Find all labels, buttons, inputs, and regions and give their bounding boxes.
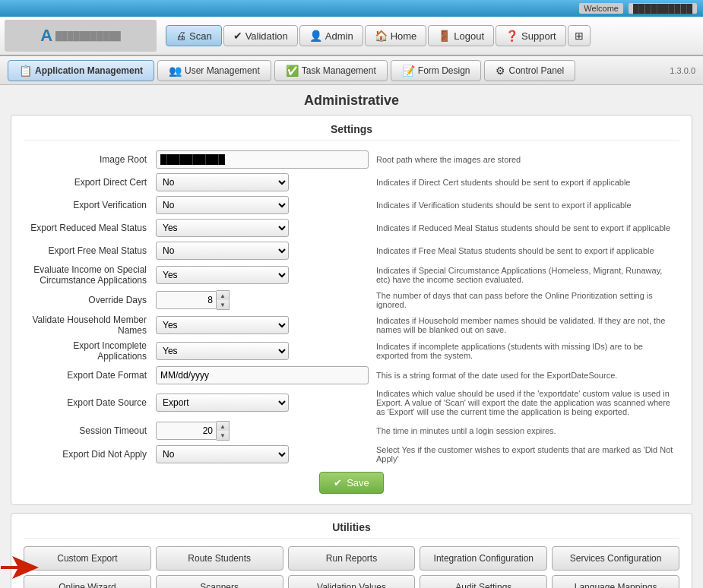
- main-content: Administrative Settings Image Root Root …: [0, 85, 703, 588]
- save-icon: ✔: [334, 477, 342, 488]
- tab-form-design[interactable]: 📝 Form Design: [391, 60, 482, 81]
- field-label: Session Timeout: [24, 419, 153, 443]
- session-timeout-spinner[interactable]: ▲ ▼: [156, 421, 369, 441]
- table-row: Export Date Format This is a string form…: [24, 364, 679, 387]
- task-management-icon: ✅: [286, 65, 299, 77]
- field-description: The time in minutes until a login sessio…: [372, 419, 679, 443]
- tab-task-management[interactable]: ✅ Task Management: [274, 60, 388, 81]
- field-label: Export Date Source: [24, 387, 153, 419]
- field-label: Image Root: [24, 148, 153, 171]
- field-label: Export Reduced Meal Status: [24, 217, 153, 239]
- tab-app-management[interactable]: 📋 Application Management: [8, 60, 154, 81]
- support-nav-button[interactable]: ❓ Support: [496, 25, 566, 46]
- table-row: Export Verification NoYes Indicates if V…: [24, 194, 679, 217]
- evaluate-income-select[interactable]: YesNo: [156, 266, 289, 284]
- logo: A ███████████: [5, 20, 157, 52]
- scanners-button[interactable]: Scanners: [156, 575, 283, 588]
- field-label: Export Verification: [24, 194, 153, 217]
- validate-household-select[interactable]: YesNo: [156, 316, 289, 334]
- table-row: Export Date Source ExportScan Indicates …: [24, 387, 679, 419]
- session-spinner-up[interactable]: ▲: [217, 422, 229, 431]
- field-label: Export Incomplete Applications: [24, 338, 153, 364]
- export-verification-select[interactable]: NoYes: [156, 196, 289, 214]
- utilities-grid: Custom Export Route Students Run Reports…: [24, 546, 679, 588]
- export-date-format-input[interactable]: [156, 366, 369, 384]
- admin-icon: 👤: [309, 30, 322, 42]
- field-description: Root path where the images are stored: [372, 148, 679, 171]
- validation-nav-button[interactable]: ✔ Validation: [223, 25, 298, 46]
- field-description: Indicates if Verification students shoul…: [372, 194, 679, 217]
- table-row: Evaluate Income on Special Circumstance …: [24, 262, 679, 288]
- field-label: Export Date Format: [24, 364, 153, 387]
- form-design-icon: 📝: [402, 65, 415, 77]
- extra-nav-button[interactable]: ⊞: [568, 25, 591, 46]
- table-row: Image Root Root path where the images ar…: [24, 148, 679, 171]
- field-description: Select Yes if the customer wishes to exp…: [372, 443, 679, 466]
- field-description: Indicates which value should be used if …: [372, 387, 679, 419]
- route-students-button[interactable]: Route Students: [156, 546, 283, 571]
- export-direct-cert-select[interactable]: NoYes: [156, 173, 289, 191]
- home-nav-button[interactable]: 🏠 Home: [365, 25, 427, 46]
- logout-nav-button[interactable]: 🚪 Logout: [428, 25, 494, 46]
- table-row: Export Did Not Apply NoYes Select Yes if…: [24, 443, 679, 466]
- field-control[interactable]: [153, 148, 372, 171]
- online-wizard-button[interactable]: Online Wizard: [24, 575, 151, 588]
- field-description: Indicates if incomplete applications (st…: [372, 338, 679, 364]
- field-label: Validate Household Member Names: [24, 312, 153, 338]
- override-days-spinner[interactable]: ▲ ▼: [156, 290, 369, 310]
- logout-icon: 🚪: [438, 30, 451, 42]
- field-description: This is a string format of the date used…: [372, 364, 679, 387]
- language-mappings-button[interactable]: Language Mappings: [552, 575, 679, 588]
- session-spinner-down[interactable]: ▼: [217, 431, 229, 440]
- spinner-down[interactable]: ▼: [217, 300, 229, 309]
- export-free-meal-select[interactable]: NoYes: [156, 242, 289, 260]
- integration-config-button[interactable]: Integration Configuration: [420, 546, 547, 571]
- validation-icon: ✔: [233, 30, 242, 42]
- override-days-input[interactable]: [156, 291, 217, 309]
- table-row: Export Free Meal Status NoYes Indicates …: [24, 239, 679, 262]
- export-date-source-select[interactable]: ExportScan: [156, 394, 289, 412]
- save-button[interactable]: ✔ Save: [319, 472, 384, 494]
- top-bar: Welcome ██████████: [0, 0, 703, 17]
- tab-user-management[interactable]: 👥 User Management: [157, 60, 271, 81]
- export-did-not-apply-select[interactable]: NoYes: [156, 445, 289, 463]
- field-label: Export Did Not Apply: [24, 443, 153, 466]
- admin-nav-button[interactable]: 👤 Admin: [299, 25, 363, 46]
- field-label: Export Free Meal Status: [24, 239, 153, 262]
- user-management-icon: 👥: [169, 65, 182, 77]
- table-row: Validate Household Member Names YesNo In…: [24, 312, 679, 338]
- app-management-icon: 📋: [19, 65, 32, 77]
- table-row: Session Timeout ▲ ▼ The time in minutes …: [24, 419, 679, 443]
- session-spinner-arrows[interactable]: ▲ ▼: [217, 421, 230, 441]
- export-incomplete-select[interactable]: YesNo: [156, 342, 289, 360]
- image-root-input[interactable]: [156, 150, 369, 169]
- field-description: Indicates if Household member names shou…: [372, 312, 679, 338]
- nav-bar: A ███████████ 🖨 Scan ✔ Validation 👤 Admi…: [0, 17, 703, 56]
- welcome-text: Welcome ██████████: [576, 4, 697, 13]
- control-panel-icon: ⚙: [496, 65, 505, 77]
- validation-values-button[interactable]: Validation Values: [288, 575, 416, 588]
- tab-control-panel[interactable]: ⚙ Control Panel: [484, 60, 575, 81]
- settings-panel: Settings Image Root Root path where the …: [11, 115, 692, 505]
- spinner-arrows[interactable]: ▲ ▼: [217, 290, 230, 310]
- custom-export-button[interactable]: Custom Export: [24, 546, 151, 571]
- field-description: Indicates if Direct Cert students should…: [372, 171, 679, 194]
- scan-nav-button[interactable]: 🖨 Scan: [166, 25, 222, 46]
- session-timeout-input[interactable]: [156, 422, 217, 440]
- scan-icon: 🖨: [176, 30, 186, 42]
- support-icon: ❓: [505, 30, 518, 42]
- run-reports-button[interactable]: Run Reports: [288, 546, 416, 571]
- export-reduced-meal-select[interactable]: YesNo: [156, 219, 289, 237]
- field-description: The number of days that can pass before …: [372, 288, 679, 312]
- utilities-panel: Utilities Custom Export Route Students R…: [11, 513, 692, 588]
- field-label: Override Days: [24, 288, 153, 312]
- spinner-up[interactable]: ▲: [217, 291, 229, 300]
- field-label: Export Direct Cert: [24, 171, 153, 194]
- home-icon: 🏠: [375, 30, 388, 42]
- services-config-button[interactable]: Services Configuration: [552, 546, 679, 571]
- settings-table: Image Root Root path where the images ar…: [24, 148, 679, 466]
- field-description: Indicates if Reduced Meal Status student…: [372, 217, 679, 239]
- audit-settings-button[interactable]: Audit Settings: [420, 575, 547, 588]
- svg-marker-0: [1, 556, 39, 579]
- utilities-panel-title: Utilities: [24, 521, 679, 539]
